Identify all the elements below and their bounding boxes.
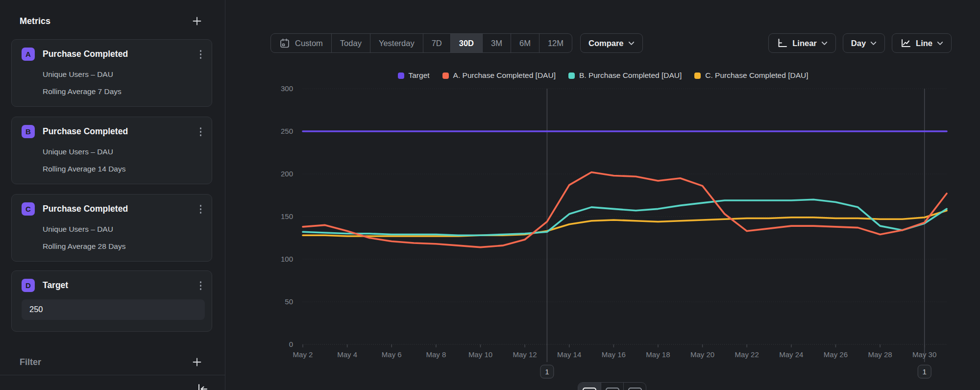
legend-item-c[interactable]: C. Purchase Completed [DAU] — [694, 71, 808, 80]
target-value-input[interactable] — [22, 299, 205, 320]
annotation-badge[interactable]: 1 — [540, 365, 554, 378]
annotation-badge[interactable]: 1 — [918, 365, 931, 378]
chevron-down-icon — [821, 41, 828, 46]
svg-text:May 2: May 2 — [293, 350, 313, 359]
axis-icon — [777, 38, 788, 49]
legend-item-target[interactable]: Target — [398, 71, 430, 80]
svg-text:May 24: May 24 — [779, 350, 803, 359]
legend-item-a[interactable]: A. Purchase Completed [DAU] — [442, 71, 556, 80]
view-toggle-card[interactable] — [623, 383, 646, 390]
svg-text:May 22: May 22 — [735, 350, 759, 359]
card-view-icon — [628, 388, 642, 390]
range-custom[interactable]: Custom — [271, 34, 331, 52]
metrics-line-chart[interactable]: 050100150200250300May 2May 4May 6May 8Ma… — [265, 83, 971, 390]
range-yesterday[interactable]: Yesterday — [370, 34, 423, 52]
date-range-control: Custom Today Yesterday 7D 30D 3M 6M 12M — [270, 33, 572, 53]
svg-text:May 8: May 8 — [426, 350, 446, 359]
svg-text:May 4: May 4 — [337, 350, 357, 359]
chevron-down-icon — [870, 41, 877, 46]
svg-text:100: 100 — [281, 255, 293, 263]
collapse-left-icon — [196, 382, 209, 390]
scale-selector-button[interactable]: Linear — [768, 33, 836, 53]
svg-text:1: 1 — [545, 367, 549, 376]
range-today[interactable]: Today — [331, 34, 370, 52]
target-card[interactable]: D Target — [11, 270, 212, 332]
svg-text:50: 50 — [285, 297, 293, 306]
svg-text:150: 150 — [281, 212, 293, 220]
svg-text:200: 200 — [281, 170, 293, 178]
chart-panel: Custom Today Yesterday 7D 30D 3M 6M 12M … — [226, 0, 980, 390]
legend-swatch — [398, 73, 404, 79]
table-view-icon — [606, 388, 619, 390]
metric-card-a[interactable]: A Purchase Completed Unique Users – DAU … — [11, 39, 212, 107]
plus-icon — [192, 357, 202, 367]
filter-section: Filter — [20, 356, 203, 368]
interval-selector-button[interactable]: Day — [843, 33, 885, 53]
range-12m[interactable]: 12M — [539, 34, 572, 52]
chart-type-selector-button[interactable]: Line — [892, 33, 952, 53]
sidebar-footer-divider — [0, 375, 225, 375]
range-7d[interactable]: 7D — [423, 34, 450, 52]
svg-text:May 30: May 30 — [912, 350, 936, 359]
svg-text:May 16: May 16 — [602, 350, 626, 359]
legend-item-b[interactable]: B. Purchase Completed [DAU] — [568, 71, 682, 80]
sidebar-title: Metrics — [20, 16, 50, 26]
metric-title: Purchase Completed — [43, 126, 189, 137]
chevron-down-icon — [628, 41, 635, 46]
metric-measure: Unique Users – DAU — [43, 70, 205, 79]
range-3m[interactable]: 3M — [482, 34, 511, 52]
svg-text:May 12: May 12 — [513, 350, 537, 359]
metric-rolling-window: Rolling Average 14 Days — [43, 165, 205, 173]
svg-text:May 18: May 18 — [646, 350, 670, 359]
svg-text:May 26: May 26 — [824, 350, 848, 359]
chart-legend: Target A. Purchase Completed [DAU] B. Pu… — [226, 71, 980, 80]
filter-title: Filter — [20, 357, 41, 367]
svg-text:1: 1 — [923, 367, 927, 376]
sidebar-collapse-button[interactable] — [195, 381, 210, 390]
range-30d[interactable]: 30D — [450, 34, 482, 52]
plus-icon — [192, 16, 202, 26]
add-filter-button[interactable] — [191, 356, 203, 368]
compare-button[interactable]: Compare — [580, 33, 643, 53]
metrics-sidebar: Metrics A Purchase Completed Unique User… — [0, 0, 225, 390]
calendar-icon — [279, 38, 290, 49]
kebab-menu-icon[interactable] — [196, 279, 205, 292]
metric-badge: A — [22, 48, 35, 61]
svg-text:May 6: May 6 — [382, 350, 402, 359]
svg-text:300: 300 — [281, 84, 293, 93]
sidebar-header: Metrics — [20, 15, 203, 27]
metric-rolling-window: Rolling Average 7 Days — [43, 87, 205, 96]
metric-title: Purchase Completed — [43, 49, 189, 59]
add-metric-button[interactable] — [191, 15, 203, 27]
metric-badge: D — [22, 279, 35, 292]
metric-badge: B — [22, 125, 35, 138]
svg-text:May 28: May 28 — [868, 350, 892, 359]
legend-swatch — [694, 73, 701, 79]
legend-swatch — [442, 73, 449, 79]
target-title: Target — [43, 280, 189, 291]
svg-text:250: 250 — [281, 127, 293, 135]
view-toggle-table[interactable] — [601, 383, 623, 390]
line-chart-icon — [900, 38, 911, 49]
view-toggle — [578, 382, 646, 390]
metric-rolling-window: Rolling Average 28 Days — [43, 242, 205, 251]
chart-view-icon — [583, 388, 596, 390]
svg-text:0: 0 — [289, 340, 293, 348]
metric-badge: C — [22, 202, 35, 216]
svg-text:May 10: May 10 — [468, 350, 492, 359]
svg-text:May 20: May 20 — [690, 350, 714, 359]
kebab-menu-icon[interactable] — [196, 48, 205, 61]
chevron-down-icon — [937, 41, 943, 46]
kebab-menu-icon[interactable] — [196, 202, 205, 216]
metric-card-b[interactable]: B Purchase Completed Unique Users – DAU … — [11, 117, 212, 184]
legend-swatch — [568, 73, 575, 79]
metric-measure: Unique Users – DAU — [43, 147, 205, 156]
chart-toolbar: Custom Today Yesterday 7D 30D 3M 6M 12M … — [270, 33, 952, 53]
metric-measure: Unique Users – DAU — [43, 225, 205, 234]
kebab-menu-icon[interactable] — [196, 125, 205, 139]
metric-title: Purchase Completed — [43, 204, 189, 214]
view-toggle-chart[interactable] — [578, 383, 601, 390]
range-6m[interactable]: 6M — [511, 34, 539, 52]
svg-text:May 14: May 14 — [557, 350, 581, 359]
metric-card-c[interactable]: C Purchase Completed Unique Users – DAU … — [11, 194, 212, 262]
